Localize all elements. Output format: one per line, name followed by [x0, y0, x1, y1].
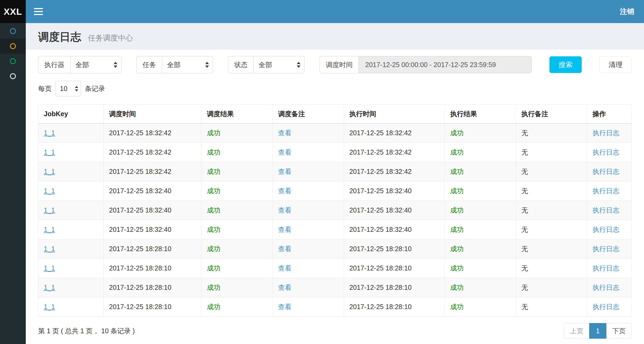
handle-result-cell: 成功 [445, 123, 516, 143]
app-logo[interactable]: XXL [0, 0, 26, 23]
execute-log-link[interactable]: 执行日志 [592, 187, 619, 195]
trigger-msg-link[interactable]: 查看 [278, 226, 292, 233]
table-row: 1_12017-12-25 18:32:42成功查看2017-12-25 18:… [38, 162, 632, 181]
trigger-msg-link[interactable]: 查看 [278, 187, 292, 195]
circle-o-icon [10, 73, 16, 79]
trigger-result-cell: 成功 [201, 259, 273, 278]
trigger-msg-link-cell: 查看 [273, 181, 344, 201]
jobkey-link[interactable]: 1_1 [44, 148, 55, 156]
sidebar-item-1[interactable] [0, 24, 26, 39]
trigger-time-cell: 2017-12-25 18:32:42 [103, 143, 201, 162]
trigger-msg-link-cell: 查看 [273, 220, 344, 239]
sidebar-item-2[interactable] [0, 39, 26, 54]
execute-log-link[interactable]: 执行日志 [592, 148, 619, 156]
column-header: JobKey [38, 105, 104, 123]
handle-result-cell: 成功 [445, 259, 516, 278]
next-page-button[interactable]: 下页 [606, 323, 632, 339]
column-header: 调度时间 [103, 105, 201, 123]
execute-log-link[interactable]: 执行日志 [592, 206, 619, 214]
select-arrows-icon [75, 86, 78, 92]
trigger-msg-link-cell: 查看 [273, 278, 344, 297]
table-row: 1_12017-12-25 18:28:10成功查看2017-12-25 18:… [38, 278, 632, 297]
execute-log-link[interactable]: 执行日志 [592, 129, 619, 137]
trigger-time-range-input[interactable] [359, 56, 532, 73]
jobkey-link-cell: 1_1 [38, 259, 104, 278]
trigger-msg-link-cell: 查看 [273, 239, 344, 259]
handle-msg-cell: 无 [516, 181, 587, 201]
filter-job: 任务 全部 [136, 56, 213, 73]
trigger-result-cell: 成功 [201, 181, 273, 201]
execute-log-link[interactable]: 执行日志 [592, 264, 619, 272]
execute-log-link[interactable]: 执行日志 [592, 168, 619, 175]
trigger-result-cell: 成功 [201, 162, 273, 181]
trigger-msg-link[interactable]: 查看 [278, 168, 292, 175]
handle-msg-cell: 无 [516, 201, 587, 220]
execute-log-link[interactable]: 执行日志 [592, 284, 619, 291]
jobkey-link[interactable]: 1_1 [44, 206, 55, 214]
handle-msg-cell: 无 [516, 278, 587, 297]
handle-result-cell: 成功 [445, 239, 516, 259]
jobkey-link[interactable]: 1_1 [44, 168, 55, 175]
executor-select-value: 全部 [75, 60, 89, 69]
trigger-msg-link[interactable]: 查看 [278, 129, 292, 137]
handle-result-cell: 成功 [445, 278, 516, 297]
jobkey-link[interactable]: 1_1 [44, 284, 55, 291]
executor-select[interactable]: 全部 [70, 56, 121, 73]
execute-log-link-cell: 执行日志 [587, 123, 632, 143]
hamburger-bar [34, 11, 43, 12]
search-button[interactable]: 搜索 [549, 56, 582, 73]
app-root: XXL 注销 调度日志 任务调度中心 [0, 0, 644, 344]
trigger-msg-link[interactable]: 查看 [278, 264, 292, 272]
jobkey-link[interactable]: 1_1 [44, 245, 55, 252]
prev-page-button[interactable]: 上页 [564, 323, 589, 339]
trigger-result-cell: 成功 [201, 297, 273, 317]
trigger-msg-link[interactable]: 查看 [278, 148, 292, 156]
hamburger-icon[interactable] [34, 8, 43, 15]
table-row: 1_12017-12-25 18:28:10成功查看2017-12-25 18:… [38, 239, 632, 259]
page-size-select[interactable]: 10 [55, 81, 81, 96]
trigger-msg-link[interactable]: 查看 [278, 245, 292, 252]
job-select[interactable]: 全部 [162, 56, 213, 73]
execute-log-link[interactable]: 执行日志 [592, 303, 619, 310]
execute-log-link[interactable]: 执行日志 [592, 245, 619, 252]
jobkey-link-cell: 1_1 [38, 297, 104, 317]
trigger-msg-link-cell: 查看 [273, 297, 344, 317]
handle-msg-cell: 无 [516, 297, 587, 317]
jobkey-link[interactable]: 1_1 [44, 129, 55, 137]
jobkey-link[interactable]: 1_1 [44, 226, 55, 233]
table-row: 1_12017-12-25 18:32:40成功查看2017-12-25 18:… [38, 201, 632, 220]
job-label: 任务 [136, 56, 162, 73]
status-select-value: 全部 [259, 60, 272, 69]
trigger-msg-link[interactable]: 查看 [278, 303, 292, 310]
logout-link[interactable]: 注销 [620, 7, 634, 16]
trigger-msg-link[interactable]: 查看 [278, 284, 292, 291]
trigger-msg-link[interactable]: 查看 [278, 206, 292, 214]
handle-time-cell: 2017-12-25 18:32:40 [344, 181, 445, 201]
trigger-time-cell: 2017-12-25 18:28:10 [103, 239, 201, 259]
clear-button[interactable]: 清理 [599, 56, 632, 73]
circle-o-icon [10, 28, 16, 34]
handle-msg-cell: 无 [516, 259, 587, 278]
handle-msg-cell: 无 [516, 143, 587, 162]
sidebar-item-3[interactable] [0, 54, 26, 69]
handle-result-cell: 成功 [445, 143, 516, 162]
current-page-button[interactable]: 1 [589, 323, 606, 339]
jobkey-link[interactable]: 1_1 [44, 264, 55, 272]
handle-result-cell: 成功 [445, 220, 516, 239]
execute-log-link[interactable]: 执行日志 [592, 226, 619, 233]
table-header-row: JobKey调度时间调度结果调度备注执行时间执行结果执行备注操作 [38, 105, 632, 123]
handle-result-cell: 成功 [445, 181, 516, 201]
sidebar-menu [0, 24, 26, 84]
handle-time-cell: 2017-12-25 18:28:10 [344, 239, 445, 259]
log-table-body: 1_12017-12-25 18:32:42成功查看2017-12-25 18:… [38, 123, 632, 317]
jobkey-link-cell: 1_1 [38, 220, 104, 239]
trigger-msg-link-cell: 查看 [273, 259, 344, 278]
executor-label: 执行器 [38, 56, 70, 73]
sidebar-item-4[interactable] [0, 69, 26, 84]
jobkey-link[interactable]: 1_1 [44, 303, 55, 310]
handle-msg-cell: 无 [516, 123, 587, 143]
jobkey-link[interactable]: 1_1 [44, 187, 55, 195]
content-box: 执行器 全部 任务 全部 状态 [26, 50, 644, 344]
content-header: 调度日志 任务调度中心 [26, 23, 644, 50]
status-select[interactable]: 全部 [254, 56, 305, 73]
